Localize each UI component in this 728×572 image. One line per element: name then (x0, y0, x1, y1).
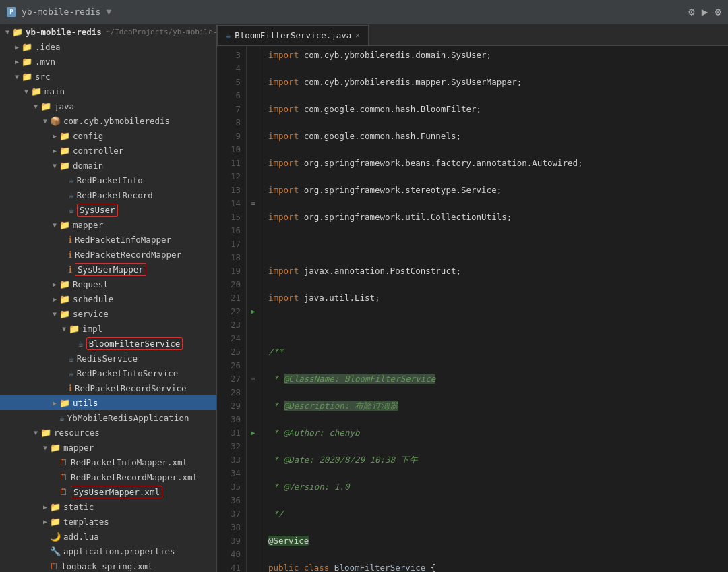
tree-domain[interactable]: ▼ 📁 domain (0, 158, 216, 173)
root-path: ~/IdeaProjects/yb-mobile-r (106, 28, 217, 36)
tree-sysusermapper[interactable]: ℹ SysUserMapper (0, 262, 216, 277)
dropdown-arrow[interactable]: ▼ (106, 7, 111, 17)
tree-add-lua[interactable]: 🌙 add.lua (0, 529, 216, 544)
tree-redpacketinfomapper[interactable]: ℹ RedPacketInfoMapper (0, 232, 216, 247)
tree-redpacketinfomapper-xml[interactable]: 🗒 RedPacketInfoMapper.xml (0, 455, 216, 469)
project-tree: ▼ 📁 yb-mobile-redis ~/IdeaProjects/yb-mo… (0, 24, 217, 572)
tree-controller[interactable]: ▶ 📁 controller (0, 143, 216, 158)
tree-sysusermapper-xml[interactable]: 🗒 SysUserMapper.xml (0, 484, 216, 499)
tree-mapper[interactable]: ▼ 📁 mapper (0, 217, 216, 232)
tree-sysuser[interactable]: ☕ SysUser (0, 202, 216, 217)
tree-resources-mapper[interactable]: ▼ 📁 mapper (0, 440, 216, 455)
run-icon[interactable]: ▶ (702, 5, 708, 18)
tree-service[interactable]: ▼ 📁 service (0, 306, 216, 321)
tab-file-icon: ☕ (226, 31, 231, 40)
tree-static[interactable]: ▶ 📁 static (0, 499, 216, 514)
tree-utils[interactable]: ▶ 📁 utils (0, 395, 216, 410)
project-title: yb-mobile-redis (22, 7, 100, 17)
tree-main[interactable]: ▼ 📁 main (0, 84, 216, 98)
tree-redisservice[interactable]: ☕ RedisService (0, 351, 216, 366)
tree-root[interactable]: ▼ 📁 yb-mobile-redis ~/IdeaProjects/yb-mo… (0, 24, 216, 39)
code-area[interactable]: 3 4 5 6 7 8 9 10 11 12 13 14 15 16 17 18… (217, 46, 728, 572)
tree-redpacketinfoservice[interactable]: ☕ RedPacketInfoService (0, 366, 216, 380)
tree-bloomfilterservice[interactable]: ☕ BloomFilterService (0, 336, 216, 351)
settings-icon[interactable]: ⚙ (715, 5, 721, 18)
toolbar-icons: ⚙ ▶ ⚙ (688, 5, 721, 18)
tab-filename: BloomFilterService.java (235, 30, 351, 40)
tab-bar: ☕ BloomFilterService.java ✕ (217, 24, 728, 46)
root-label: yb-mobile-redis (26, 27, 102, 37)
code-content[interactable]: import com.cyb.ybmobileredis.domain.SysU… (260, 46, 728, 572)
tree-redpacketinfo[interactable]: ☕ RedPacketInfo (0, 173, 216, 188)
tree-package[interactable]: ▼ 📦 com.cyb.ybmobileredis (0, 113, 216, 128)
tree-templates[interactable]: ▶ 📁 templates (0, 514, 216, 529)
title-bar: P yb-mobile-redis ▼ ⚙ ▶ ⚙ (0, 0, 728, 24)
tree-redpacketrecordservice[interactable]: ℹ RedPacketRecordService (0, 380, 216, 395)
tree-logback-xml[interactable]: 🗒 logback-spring.xml (0, 559, 216, 572)
tree-redpacketrecord[interactable]: ☕ RedPacketRecord (0, 188, 216, 202)
gutter: ≡ ▶ ≡ ▶ (247, 46, 260, 572)
tree-application[interactable]: ☕ YbMobileRedisApplication (0, 410, 216, 425)
tree-redpacketrecordmapper[interactable]: ℹ RedPacketRecordMapper (0, 247, 216, 262)
editor: ☕ BloomFilterService.java ✕ 3 4 5 6 7 8 … (217, 24, 728, 572)
tree-schedule[interactable]: ▶ 📁 schedule (0, 291, 216, 306)
tree-impl[interactable]: ▼ 📁 impl (0, 321, 216, 336)
tree-idea[interactable]: ▶ 📁 .idea (0, 39, 216, 54)
tree-java[interactable]: ▼ 📁 java (0, 98, 216, 113)
project-icon: P (7, 7, 16, 17)
tree-redpacketrecordmapper-xml[interactable]: 🗒 RedPacketRecordMapper.xml (0, 469, 216, 484)
tree-config[interactable]: ▶ 📁 config (0, 128, 216, 143)
tree-mvn[interactable]: ▶ 📁 .mvn (0, 54, 216, 69)
tree-request[interactable]: ▶ 📁 Request (0, 277, 216, 291)
tree-resources[interactable]: ▼ 📁 resources (0, 425, 216, 440)
tab-close-icon[interactable]: ✕ (355, 31, 360, 40)
tree-application-properties[interactable]: 🔧 application.properties (0, 544, 216, 559)
editor-tab[interactable]: ☕ BloomFilterService.java ✕ (217, 25, 369, 45)
tree-src[interactable]: ▼ 📁 src (0, 69, 216, 84)
build-icon[interactable]: ⚙ (688, 5, 695, 18)
line-numbers: 3 4 5 6 7 8 9 10 11 12 13 14 15 16 17 18… (217, 46, 247, 572)
